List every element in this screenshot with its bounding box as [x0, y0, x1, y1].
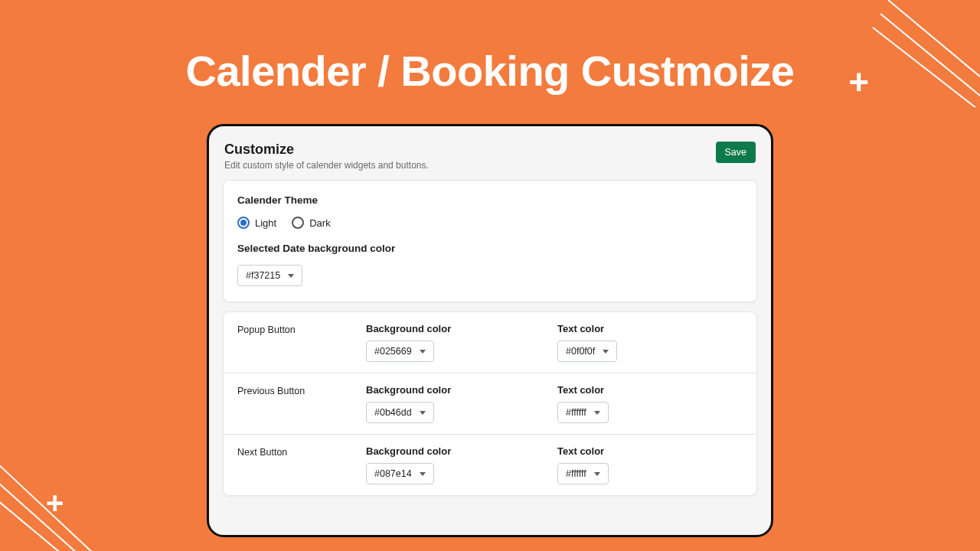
- chevron-down-icon: [594, 472, 600, 476]
- color-value: #025669: [374, 346, 412, 357]
- field-label: Background color: [366, 323, 451, 334]
- color-value: #0b46dd: [374, 407, 412, 418]
- panel-subtitle: Edit custom style of calender widgets an…: [224, 160, 429, 171]
- popup-text-color-dropdown[interactable]: #0f0f0f: [557, 341, 617, 362]
- theme-radio-light[interactable]: Light: [237, 217, 276, 229]
- svg-line-1: [880, 14, 980, 96]
- radio-dot-icon: [237, 217, 250, 229]
- color-value: #0f0f0f: [566, 346, 595, 357]
- field-label: Background color: [366, 445, 451, 457]
- save-button[interactable]: Save: [716, 142, 756, 163]
- theme-radio-group: Light Dark: [237, 217, 743, 229]
- color-value: #087e14: [374, 468, 412, 479]
- bg-color-field: Background color #025669: [366, 323, 551, 362]
- popup-button-section: Popup Button Background color #025669 Te…: [224, 312, 756, 373]
- panel-heading-group: Customize Edit custom style of calender …: [224, 142, 429, 171]
- chevron-down-icon: [420, 411, 426, 415]
- hero-title: Calender / Booking Custmoize: [186, 46, 795, 96]
- chevron-down-icon: [420, 350, 426, 354]
- next-bg-color-dropdown[interactable]: #087e14: [366, 463, 434, 484]
- previous-bg-color-dropdown[interactable]: #0b46dd: [366, 402, 434, 423]
- panel-title: Customize: [224, 142, 429, 158]
- previous-text-color-dropdown[interactable]: #ffffff: [557, 402, 609, 423]
- chevron-down-icon: [603, 350, 609, 354]
- popup-bg-color-dropdown[interactable]: #025669: [366, 341, 434, 362]
- svg-line-2: [873, 28, 980, 107]
- button-section-title: Next Button: [237, 445, 360, 458]
- field-label: Background color: [366, 384, 451, 396]
- button-section-title: Popup Button: [237, 323, 360, 335]
- radio-dot-icon: [292, 217, 304, 229]
- svg-line-0: [888, 0, 980, 77]
- color-value: #ffffff: [566, 407, 586, 418]
- field-label: Text color: [557, 384, 604, 396]
- calendar-theme-label: Calender Theme: [237, 194, 743, 206]
- deco-lines-top: [858, 0, 980, 107]
- bg-color-field: Background color #087e14: [366, 445, 551, 484]
- theme-card: Calender Theme Light Dark Selected Date …: [223, 180, 757, 302]
- radio-label: Dark: [309, 217, 330, 229]
- text-color-field: Text color #ffffff: [557, 384, 743, 423]
- color-value: #ffffff: [566, 468, 586, 479]
- previous-button-section: Previous Button Background color #0b46dd…: [224, 373, 756, 434]
- field-label: Text color: [557, 445, 604, 457]
- deco-lines-bottom: [0, 429, 138, 551]
- theme-radio-dark[interactable]: Dark: [292, 217, 330, 229]
- radio-label: Light: [255, 217, 276, 229]
- svg-line-5: [0, 490, 77, 551]
- bg-color-field: Background color #0b46dd: [366, 384, 551, 423]
- color-value: #f37215: [246, 270, 280, 281]
- chevron-down-icon: [420, 472, 426, 476]
- panel-header: Customize Edit custom style of calender …: [223, 139, 757, 180]
- next-button-section: Next Button Background color #087e14 Tex…: [224, 434, 756, 495]
- text-color-field: Text color #ffffff: [557, 445, 743, 484]
- next-text-color-dropdown[interactable]: #ffffff: [557, 463, 609, 484]
- text-color-field: Text color #0f0f0f: [557, 323, 743, 362]
- plus-icon: +: [848, 61, 869, 103]
- button-section-title: Previous Button: [237, 384, 360, 396]
- selected-date-bg-label: Selected Date background color: [237, 243, 743, 254]
- chevron-down-icon: [288, 274, 294, 278]
- field-label: Text color: [557, 323, 604, 334]
- app-frame: Customize Edit custom style of calender …: [207, 124, 773, 537]
- chevron-down-icon: [594, 411, 600, 415]
- plus-icon: +: [46, 486, 64, 520]
- selected-date-color-dropdown[interactable]: #f37215: [237, 265, 302, 286]
- buttons-card: Popup Button Background color #025669 Te…: [223, 311, 757, 496]
